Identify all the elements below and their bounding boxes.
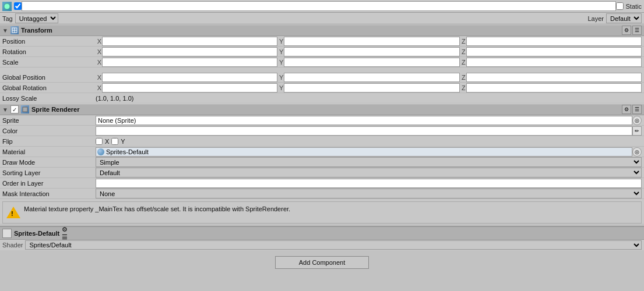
material-settings-btn[interactable]: ⚙	[62, 226, 68, 233]
material-section-icon	[2, 229, 12, 238]
material-sphere-icon	[97, 148, 104, 155]
layer-label: Layer	[587, 15, 604, 22]
shader-label: Shader	[2, 242, 23, 249]
position-y-input[interactable]: 0	[284, 37, 459, 46]
rot-x-axis: X	[96, 48, 101, 55]
mask-interaction-row: Mask Interaction None	[0, 189, 644, 199]
material-section: Sprites-Default ⚙ ☰ Shader Sprites/Defau…	[0, 226, 644, 250]
flip-y-checkbox[interactable]	[111, 138, 118, 145]
scale-row: Scale X 1 Y 1 Z 1	[0, 57, 644, 68]
sprite-renderer-settings-btn[interactable]: ⚙	[622, 105, 631, 114]
flip-x-label: X	[105, 138, 109, 145]
flip-x-checkbox[interactable]	[96, 138, 103, 145]
static-label: Static	[625, 3, 642, 10]
scale-z-axis: Z	[460, 59, 466, 66]
rot-y-axis: Y	[277, 48, 283, 55]
material-circle-btn[interactable]: ◎	[632, 147, 642, 157]
sorting-layer-select[interactable]: Default	[96, 168, 642, 178]
mask-interaction-select[interactable]: None	[96, 189, 642, 198]
tag-layer-bar: Tag Untagged Layer Default	[0, 13, 644, 24]
lossy-scale-value: (1.0, 1.0, 1.0)	[96, 95, 133, 102]
pos-z-axis: Z	[460, 38, 466, 45]
sprite-renderer-menu-btn[interactable]: ☰	[632, 105, 642, 114]
global-position-y-input[interactable]: 0	[284, 73, 459, 82]
layer-select[interactable]: Default	[606, 13, 642, 23]
global-rotation-y-input[interactable]: 0	[284, 83, 459, 93]
grot-z-axis: Z	[460, 84, 466, 91]
mask-interaction-label: Mask Interaction	[2, 190, 96, 197]
sprite-renderer-active-checkbox[interactable]: ✓	[10, 105, 19, 113]
scale-y-input[interactable]: 1	[284, 58, 459, 67]
position-z-input[interactable]: 0	[466, 37, 642, 46]
scale-y-axis: Y	[277, 59, 283, 66]
global-rotation-fields: X 0 Y 0 Z 0	[96, 83, 642, 93]
position-row: Position X 0 Y 0 Z 0	[0, 36, 644, 47]
lossy-scale-row: Lossy Scale (1.0, 1.0, 1.0)	[0, 93, 644, 104]
sprite-row: Sprite None (Sprite) ◎	[0, 115, 644, 126]
material-menu-btn[interactable]: ☰	[62, 233, 68, 241]
transform-section-header: ▼ Transform ⚙ ☰	[0, 24, 644, 36]
sprite-value: None (Sprite)	[98, 117, 630, 124]
order-in-layer-input[interactable]: 0	[96, 179, 642, 188]
global-position-x-input[interactable]: 0	[102, 73, 277, 82]
static-area: Static	[616, 2, 642, 10]
rotation-x-input[interactable]: 0	[102, 47, 277, 56]
scale-z-input[interactable]: 1	[466, 58, 642, 67]
sprite-renderer-title: Sprite Renderer	[31, 106, 80, 113]
add-component-button[interactable]: Add Component	[275, 256, 369, 269]
svg-rect-4	[23, 107, 27, 112]
material-value: Sprites-Default	[106, 148, 149, 155]
top-bar: New Sprite Static	[0, 0, 644, 13]
gap-row-1	[0, 68, 644, 72]
tag-select[interactable]: Untagged	[15, 13, 58, 23]
global-rotation-x-input[interactable]: 0	[102, 83, 277, 93]
tag-label: Tag	[2, 15, 13, 22]
shader-select[interactable]: Sprites/Default	[25, 240, 642, 250]
transform-title: Transform	[21, 27, 52, 34]
gameobject-active-checkbox[interactable]	[14, 2, 22, 10]
global-position-label: Global Position	[2, 74, 96, 81]
gpos-y-axis: Y	[277, 74, 283, 81]
transform-toggle[interactable]: ▼	[2, 27, 8, 34]
game-object-icon	[2, 2, 12, 11]
global-rotation-z-input[interactable]: 0	[466, 83, 642, 93]
sorting-layer-row: Sorting Layer Default	[0, 168, 644, 178]
transform-icon	[10, 26, 19, 34]
sprite-renderer-toggle[interactable]: ▼	[2, 107, 8, 113]
transform-menu-btn[interactable]: ☰	[632, 26, 642, 35]
color-label: Color	[2, 127, 96, 134]
order-in-layer-label: Order in Layer	[2, 180, 96, 187]
rotation-label: Rotation	[2, 48, 96, 55]
flip-y-label: Y	[121, 138, 125, 145]
material-field: Sprites-Default	[96, 147, 632, 157]
transform-section: Position X 0 Y 0 Z 0 Rotation X 0 Y	[0, 36, 644, 104]
color-pencil-btn[interactable]: ✏	[632, 126, 642, 136]
sprite-renderer-section: Sprite None (Sprite) ◎ Color ✏ Flip X Y …	[0, 115, 644, 223]
rotation-fields: X 0 Y 0 Z 0	[96, 47, 642, 56]
global-position-z-input[interactable]: 0	[466, 73, 642, 82]
rotation-row: Rotation X 0 Y 0 Z 0	[0, 47, 644, 57]
order-in-layer-row: Order in Layer 0	[0, 178, 644, 189]
gameobject-name-input[interactable]: New Sprite	[22, 1, 616, 11]
warning-text: Material texture property _MainTex has o…	[24, 205, 290, 212]
static-checkbox[interactable]	[616, 2, 624, 10]
sprite-renderer-right-btns: ⚙ ☰	[622, 105, 642, 114]
flip-row: Flip X Y	[0, 136, 644, 147]
scale-x-input[interactable]: 1	[102, 58, 277, 67]
draw-mode-label: Draw Mode	[2, 159, 96, 166]
material-row: Material Sprites-Default ◎	[0, 147, 644, 157]
draw-mode-select[interactable]: Simple	[96, 157, 642, 167]
sprite-circle-btn[interactable]: ◎	[632, 116, 642, 125]
scale-fields: X 1 Y 1 Z 1	[96, 58, 642, 67]
position-x-input[interactable]: 0	[102, 37, 277, 46]
transform-settings-btn[interactable]: ⚙	[622, 26, 631, 35]
color-field[interactable]	[96, 126, 632, 136]
material-section-title: Sprites-Default	[14, 230, 59, 237]
position-fields: X 0 Y 0 Z 0	[96, 37, 642, 46]
rotation-z-input[interactable]: 0	[466, 47, 642, 56]
draw-mode-row: Draw Mode Simple	[0, 157, 644, 168]
sprite-field: None (Sprite)	[96, 116, 632, 125]
rotation-y-input[interactable]: 0	[284, 47, 459, 56]
gpos-x-axis: X	[96, 74, 101, 81]
color-row: Color ✏	[0, 126, 644, 136]
